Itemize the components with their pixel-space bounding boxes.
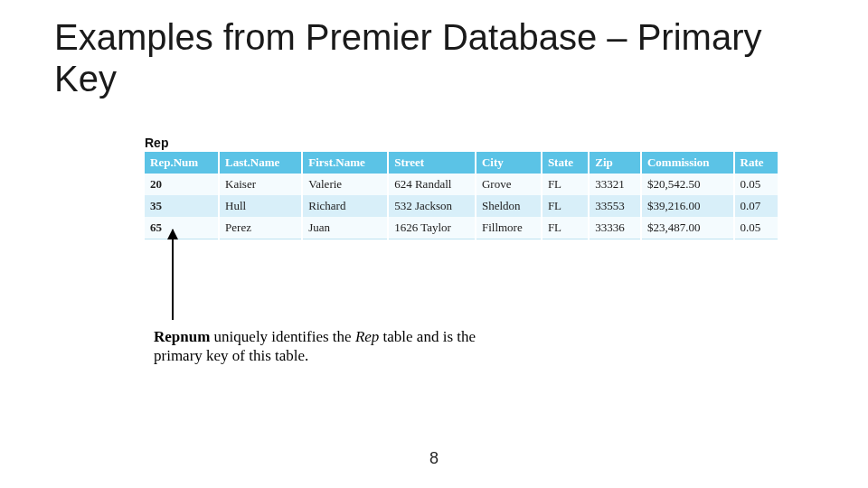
col-rate: Rate: [734, 152, 778, 174]
cell-zip: 33553: [589, 195, 641, 217]
cell-state: FL: [542, 217, 589, 239]
cell-lastname: Hull: [219, 195, 302, 217]
cell-firstname: Richard: [302, 195, 388, 217]
rep-table: Rep.Num Last.Name First.Name Street City…: [145, 152, 778, 243]
cell-firstname: Valerie: [302, 174, 388, 195]
table-row: 65 Perez Juan 1626 Taylor Fillmore FL 33…: [145, 217, 778, 239]
table-row: 20 Kaiser Valerie 624 Randall Grove FL 3…: [145, 174, 778, 195]
col-commission: Commission: [641, 152, 734, 174]
annotation-italic-term: Rep: [355, 328, 379, 345]
cell-state: FL: [542, 195, 589, 217]
cell-state: FL: [542, 174, 589, 195]
col-repnum: Rep.Num: [145, 152, 219, 174]
cell-repnum: 35: [145, 195, 219, 217]
annotation-text: Repnum uniquely identifies the Rep table…: [154, 327, 515, 366]
table-row: 35 Hull Richard 532 Jackson Sheldon FL 3…: [145, 195, 778, 217]
slide-title: Examples from Premier Database – Primary…: [54, 16, 832, 99]
annotation-mid-1: uniquely identifies the: [210, 328, 355, 345]
cell-zip: 33336: [589, 217, 641, 239]
table-caption: Rep: [145, 136, 778, 150]
cell-commission: $23,487.00: [641, 217, 734, 239]
cell-rate: 0.07: [734, 195, 778, 217]
annotation-bold-term: Repnum: [154, 328, 210, 345]
cell-street: 624 Randall: [388, 174, 476, 195]
cell-firstname: Juan: [302, 217, 388, 239]
table-header-row: Rep.Num Last.Name First.Name Street City…: [145, 152, 778, 174]
cell-repnum: 20: [145, 174, 219, 195]
page-number: 8: [0, 449, 868, 468]
cell-lastname: Perez: [219, 217, 302, 239]
table-bottom-rule: [145, 239, 778, 244]
cell-city: Grove: [476, 174, 542, 195]
cell-rate: 0.05: [734, 174, 778, 195]
col-zip: Zip: [589, 152, 641, 174]
cell-commission: $39,216.00: [641, 195, 734, 217]
col-lastname: Last.Name: [219, 152, 302, 174]
slide: Examples from Premier Database – Primary…: [0, 0, 868, 488]
col-firstname: First.Name: [302, 152, 388, 174]
cell-city: Fillmore: [476, 217, 542, 239]
cell-street: 532 Jackson: [388, 195, 476, 217]
rep-table-wrap: Rep Rep.Num Last.Name First.Name Street …: [145, 136, 778, 243]
cell-commission: $20,542.50: [641, 174, 734, 195]
cell-street: 1626 Taylor: [388, 217, 476, 239]
col-city: City: [476, 152, 542, 174]
col-street: Street: [388, 152, 476, 174]
cell-repnum: 65: [145, 217, 219, 239]
cell-lastname: Kaiser: [219, 174, 302, 195]
cell-rate: 0.05: [734, 217, 778, 239]
col-state: State: [542, 152, 589, 174]
cell-zip: 33321: [589, 174, 641, 195]
arrow-icon: [172, 230, 174, 320]
cell-city: Sheldon: [476, 195, 542, 217]
